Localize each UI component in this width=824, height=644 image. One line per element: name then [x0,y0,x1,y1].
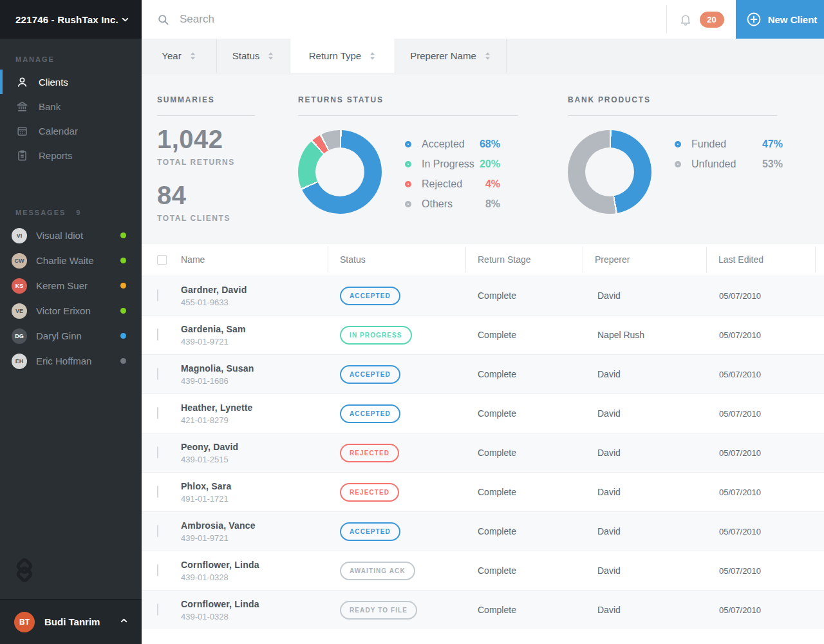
row-checkbox[interactable] [157,446,158,459]
row-checkbox[interactable] [157,525,158,537]
message-item[interactable]: CWCharlie Waite [0,248,142,273]
table-row[interactable]: Phlox, Sara491-01-1721REJECTEDCompleteDa… [142,472,824,511]
return-stage-cell: Complete [466,605,583,615]
client-ssn: 421-01-8279 [181,415,328,425]
column-header-status[interactable]: Status [328,247,466,272]
row-checkbox[interactable] [157,603,158,616]
total-returns-label: TOTAL RETURNS [157,158,255,167]
row-checkbox[interactable] [157,328,158,341]
app-root: 221746 - RushTax Inc. MANAGE ClientsBank… [0,0,824,644]
table-row[interactable]: Heather, Lynette421-01-8279ACCEPTEDCompl… [142,393,824,433]
select-all-cell [142,247,181,272]
returns-status-panel: RETURNS STATUS Accepted68%In Progress20%… [298,73,518,243]
sidebar-item-clients[interactable]: Clients [0,70,142,94]
presence-dot [120,258,126,263]
legend-label: Unfunded [691,158,762,170]
column-header-name[interactable]: Name [181,247,328,272]
message-item[interactable]: KSKerem Suer [0,273,142,298]
row-checkbox[interactable] [157,368,158,380]
status-cell: ACCEPTED [328,522,466,541]
select-all-checkbox[interactable] [157,255,167,265]
status-badge: ACCEPTED [340,522,400,541]
total-clients-label: TOTAL CLIENTS [157,214,255,223]
bell-icon[interactable] [679,12,692,26]
notification-badge[interactable]: 20 [700,12,724,28]
last-edited-cell: 05/07/2010 [707,605,816,615]
legend-label: Rejected [422,178,485,190]
client-ssn: 439-01-2515 [181,455,328,464]
table-row[interactable]: Peony, David439-01-2515REJECTEDCompleteD… [142,433,824,472]
legend-ring-icon [675,161,681,167]
status-badge: READY TO FILE [340,601,417,620]
sidebar-item-label: Bank [39,101,61,112]
sidebar: 221746 - RushTax Inc. MANAGE ClientsBank… [0,0,142,644]
client-name-cell: Ambrosia, Vance439-01-9721 [181,520,328,543]
filter-status[interactable]: Status [217,39,290,73]
legend-item: Unfunded53% [675,154,783,174]
column-header-return-stage[interactable]: Return Stage [466,247,583,272]
return-stage-cell: Complete [466,487,583,497]
table-row[interactable]: Cornflower, Linda439-01-0328AWAITING ACK… [142,551,824,590]
client-name: Cornflower, Linda [181,599,328,609]
message-item[interactable]: EHEric Hoffman [0,348,142,374]
status-badge: REJECTED [340,444,399,462]
row-checkbox[interactable] [157,486,158,498]
sidebar-item-calendar[interactable]: Calendar [0,118,142,143]
notifications: 20 [666,5,736,33]
preperer-cell: David [583,487,707,497]
legend-label: Accepted [422,138,480,150]
table-row[interactable]: Gardenia, Sam439-01-9721IN PROGRESSCompl… [142,315,824,354]
row-checkbox[interactable] [157,289,158,301]
client-ssn: 455-01-9633 [181,298,328,307]
sidebar-item-label: Calendar [39,126,78,137]
bank-products-panel: BANK PRODUCTS Funded47%Unfunded53% [568,73,777,243]
reports-icon [15,149,28,162]
table-row[interactable]: Gardner, David455-01-9633ACCEPTEDComplet… [142,276,824,315]
client-name: Heather, Lynette [181,402,328,413]
summaries-panel: SUMMARIES 1,042 TOTAL RETURNS 84 TOTAL C… [157,73,255,243]
company-selector[interactable]: 221746 - RushTax Inc. [0,0,142,39]
new-client-button[interactable]: New Client [736,0,824,39]
row-checkbox[interactable] [157,564,158,576]
legend-percent: 68% [480,138,500,150]
message-item[interactable]: VEVictor Erixon [0,298,142,323]
user-name: Budi Tanrim [44,616,119,627]
return-stage-cell: Complete [466,565,583,576]
filter-return-type[interactable]: Return Type [290,39,395,73]
returns-status-donut-chart [298,130,382,214]
row-checkbox-cell [142,368,181,380]
topbar: 20 New Client [142,0,824,39]
client-name-cell: Cornflower, Linda439-01-0328 [181,599,328,621]
table-row[interactable]: Ambrosia, Vance439-01-9721ACCEPTEDComple… [142,511,824,551]
message-item[interactable]: VIVisual Idiot [0,223,142,248]
table-row[interactable]: Cornflower, Linda439-01-0328READY TO FIL… [142,590,824,629]
messages-section-label: MESSAGES 9 [0,209,142,216]
column-header-preperer[interactable]: Preperer [583,247,707,272]
legend-item: Accepted68% [405,134,500,154]
filter-preperer-name[interactable]: Preperer Name [395,39,507,73]
avatar: DG [12,328,27,344]
legend-ring-icon [405,181,411,187]
sidebar-item-label: Reports [39,150,73,161]
search-input[interactable] [180,13,666,26]
row-checkbox-cell [142,290,181,301]
sidebar-item-reports[interactable]: Reports [0,143,142,167]
legend-label: Funded [691,138,762,150]
last-edited-cell: 05/07/2010 [707,291,816,301]
row-checkbox[interactable] [157,407,158,419]
bank-products-donut-chart [568,130,651,214]
status-cell: READY TO FILE [328,601,466,620]
table-row[interactable]: Magnolia, Susan439-01-1686ACCEPTEDComple… [142,354,824,393]
last-edited-cell: 05/07/2010 [707,448,816,458]
column-header-last-edited[interactable]: Last Edited [707,247,816,272]
message-item[interactable]: DGDaryl Ginn [0,323,142,348]
table-header: NameStatusReturn StagePrepererLast Edite… [142,243,824,276]
filter-year[interactable]: Year [142,39,217,73]
total-clients-value: 84 [157,181,255,210]
legend-ring-icon [405,201,411,207]
sidebar-item-bank[interactable]: Bank [0,94,142,118]
user-menu[interactable]: BT Budi Tanrim [0,599,142,644]
search-bar [142,0,666,39]
client-name-cell: Cornflower, Linda439-01-0328 [181,560,328,582]
summary-region: SUMMARIES 1,042 TOTAL RETURNS 84 TOTAL C… [142,73,824,243]
